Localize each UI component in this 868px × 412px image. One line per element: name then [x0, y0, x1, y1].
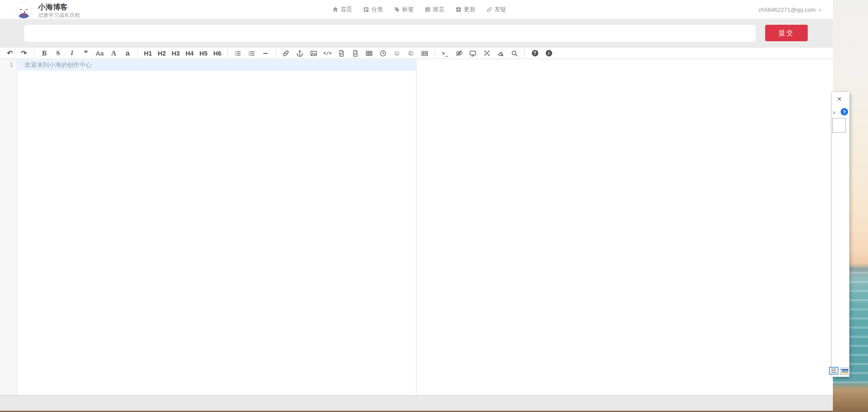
- html-entities-button[interactable]: ©: [404, 48, 418, 59]
- code-block-button[interactable]: [348, 48, 362, 59]
- overlay-input[interactable]: [832, 118, 846, 133]
- nav-item-home[interactable]: 首页: [332, 6, 352, 13]
- toolbar-separator: [275, 49, 276, 57]
- horizontal-rule-icon: [262, 50, 269, 57]
- h5-button[interactable]: H5: [197, 48, 210, 59]
- preformatted-text-button[interactable]: [334, 48, 348, 59]
- brand-text: 小海博客 记录学习成长历程: [38, 3, 80, 18]
- file-code-icon: [338, 50, 345, 57]
- copyright-icon: ©: [408, 49, 413, 57]
- browser-viewport: 小海博客 记录学习成长历程 首页 分类 标签: [0, 0, 868, 412]
- datetime-button[interactable]: [376, 48, 390, 59]
- help-icon: ?: [532, 50, 538, 56]
- strikethrough-button[interactable]: S: [51, 48, 65, 59]
- redo-icon: ↷: [21, 49, 26, 57]
- site-title[interactable]: 小海博客: [38, 3, 80, 11]
- preview-button[interactable]: [466, 48, 480, 59]
- nav-label: 留言: [433, 6, 445, 13]
- svg-text:3: 3: [249, 54, 250, 56]
- brand: 小海博客 记录学习成长历程: [16, 2, 80, 19]
- terminal-icon: >_: [442, 50, 448, 56]
- update-icon: [455, 7, 462, 13]
- image-button[interactable]: [307, 48, 321, 59]
- eraser-icon: [497, 50, 504, 57]
- undo-button[interactable]: ↶: [3, 48, 17, 59]
- strikethrough-icon: S: [56, 49, 60, 57]
- image-icon: [310, 50, 317, 57]
- avatar-eye: [26, 9, 28, 10]
- chevron-down-icon: ∨: [818, 7, 821, 12]
- list-ul-button[interactable]: [231, 48, 245, 59]
- toolbar-separator: [138, 49, 138, 57]
- bold-button[interactable]: B: [37, 48, 51, 59]
- main-nav: 首页 分类 标签 留言 更新: [332, 0, 506, 19]
- h4-button[interactable]: H4: [183, 48, 197, 59]
- table-button[interactable]: [362, 48, 376, 59]
- h1-button[interactable]: H1: [141, 48, 155, 59]
- link-icon: [282, 50, 289, 57]
- nav-item-friend-link[interactable]: 友链: [486, 6, 506, 13]
- toolbar-separator: [227, 49, 228, 57]
- table-icon: [366, 50, 373, 57]
- help-icon[interactable]: ?: [841, 108, 848, 115]
- list-ol-button[interactable]: 123: [245, 48, 259, 59]
- redo-button[interactable]: ↷: [17, 48, 31, 59]
- code-button[interactable]: </>: [321, 48, 334, 59]
- h6-button[interactable]: H6: [210, 48, 224, 59]
- fullscreen-icon: [484, 50, 490, 56]
- quote-button[interactable]: ❝: [79, 48, 93, 59]
- line-number: 1: [0, 59, 13, 71]
- nav-label: 首页: [341, 6, 352, 13]
- fullscreen-button[interactable]: [480, 48, 494, 59]
- post-title-input[interactable]: [24, 25, 756, 42]
- pagebreak-icon: [421, 50, 428, 57]
- italic-icon: I: [71, 49, 73, 57]
- nav-item-message[interactable]: 留言: [425, 6, 445, 13]
- friend-link-icon: [486, 7, 492, 13]
- clock-icon: [380, 50, 387, 57]
- pagebreak-button[interactable]: [418, 48, 432, 59]
- code-icon: </>: [323, 50, 332, 56]
- site-subtitle: 记录学习成长历程: [38, 12, 80, 18]
- italic-button[interactable]: I: [65, 48, 79, 59]
- active-line[interactable]: 欢迎来到小海的创作中心: [18, 59, 416, 71]
- lowercase-button[interactable]: a: [121, 48, 134, 59]
- nav-label: 更新: [464, 6, 475, 13]
- ucwords-button[interactable]: Aa: [93, 48, 107, 59]
- nav-item-tag[interactable]: 标签: [394, 6, 414, 13]
- monitor-icon: [469, 50, 476, 57]
- nav-item-update[interactable]: 更新: [455, 6, 475, 13]
- site-logo-avatar[interactable]: [16, 2, 32, 19]
- editor-code-area[interactable]: 欢迎来到小海的创作中心: [18, 59, 416, 395]
- submit-button[interactable]: 提交: [765, 25, 808, 41]
- search-button[interactable]: [508, 48, 521, 59]
- chevron-down-icon[interactable]: ∨: [832, 110, 836, 115]
- watch-button[interactable]: [452, 48, 466, 59]
- h2-button[interactable]: H2: [155, 48, 169, 59]
- h3-icon: H3: [172, 50, 180, 57]
- layout-option-image[interactable]: [840, 368, 850, 375]
- list-ul-icon: [234, 50, 241, 57]
- clear-button[interactable]: [494, 48, 508, 59]
- h4-icon: H4: [186, 50, 194, 57]
- goto-line-button[interactable]: >_: [438, 48, 452, 59]
- layout-option-list[interactable]: [829, 367, 839, 375]
- user-email: zh56462271@qq.com: [758, 7, 816, 13]
- quote-icon: ❝: [84, 51, 88, 56]
- emoji-icon: ☺︎: [393, 49, 400, 57]
- user-menu[interactable]: zh56462271@qq.com ∨: [758, 0, 822, 19]
- hr-button[interactable]: [259, 48, 272, 59]
- emoji-button[interactable]: ☺︎: [390, 48, 404, 59]
- uppercase-button[interactable]: A: [107, 48, 121, 59]
- category-icon: [363, 7, 369, 13]
- info-button[interactable]: i: [542, 48, 556, 59]
- close-icon[interactable]: ✕: [837, 96, 842, 102]
- h3-button[interactable]: H3: [169, 48, 183, 59]
- info-icon: i: [546, 50, 552, 56]
- help-button[interactable]: ?: [528, 48, 542, 59]
- ucwords-icon: Aa: [96, 49, 104, 57]
- link-button[interactable]: [279, 48, 293, 59]
- editor-toolbar: ↶ ↷ B S I ❝ Aa A a H1 H2 H3 H4 H5 H6 123: [0, 48, 833, 59]
- nav-item-category[interactable]: 分类: [363, 6, 383, 13]
- reference-link-button[interactable]: [293, 48, 307, 59]
